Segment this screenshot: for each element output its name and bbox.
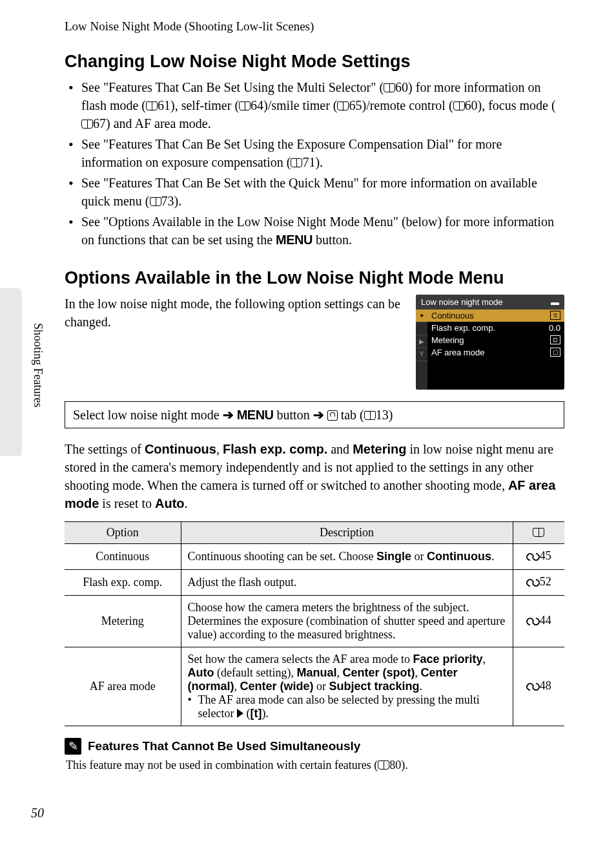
bullet-options-menu: See "Options Available in the Low Noise … <box>81 213 564 249</box>
col-reference <box>513 522 564 544</box>
sidebar-section-label: Shooting Features <box>31 323 45 408</box>
menu-tab-active: ✦ <box>416 309 427 322</box>
menu-row-af-area: AF area mode▢ <box>427 346 564 359</box>
book-icon <box>533 528 544 537</box>
bullet-multi-selector: See "Features That Can Be Set Using the … <box>81 78 564 132</box>
table-row: Flash exp. comp. Adjust the flash output… <box>65 570 564 596</box>
page-number: 50 <box>31 806 44 821</box>
menu-row-continuous: ContinuousS <box>427 309 564 322</box>
book-icon <box>453 101 465 110</box>
link-icon <box>526 680 540 694</box>
menu-tab: ▶ <box>416 335 427 348</box>
triangle-right-icon <box>237 709 243 718</box>
link-icon <box>526 550 540 564</box>
book-icon <box>146 101 158 110</box>
col-description: Description <box>181 522 513 544</box>
col-option: Option <box>65 522 181 544</box>
arrow-icon: ➔ <box>223 408 234 422</box>
note-text: This feature may not be used in combinat… <box>66 759 564 772</box>
book-icon <box>291 158 302 167</box>
navigation-instruction: Select low noise night mode ➔ MENU butto… <box>65 401 564 428</box>
menu-row-metering: Metering⊡ <box>427 334 564 346</box>
menu-screenshot: Low noise night mode ▬ ✦ ▶ Y ContinuousS… <box>416 295 564 390</box>
link-icon <box>526 615 540 629</box>
af-bracket-icon: [t] <box>250 707 262 720</box>
battery-icon: ▬ <box>551 297 559 307</box>
book-icon <box>378 760 389 770</box>
section-options-title: Options Available in the Low Noise Night… <box>65 268 564 288</box>
menu-button-label: MENU <box>276 233 313 247</box>
settings-storage-paragraph: The settings of Continuous, Flash exp. c… <box>65 440 564 512</box>
book-icon <box>239 101 251 110</box>
book-icon <box>150 197 161 206</box>
note-section: ✎ Features That Cannot Be Used Simultane… <box>65 738 564 772</box>
book-icon <box>364 411 376 420</box>
options-table: Option Description Continuous Continuous… <box>65 521 564 726</box>
table-row: AF area mode Set how the camera selects … <box>65 647 564 726</box>
menu-title: Low noise night mode <box>421 297 502 307</box>
options-intro-text: In the low noise night mode, the followi… <box>65 295 403 390</box>
table-row: Metering Choose how the camera meters th… <box>65 596 564 647</box>
settings-bullet-list: See "Features That Can Be Set Using the … <box>65 78 564 249</box>
menu-tab <box>416 322 427 335</box>
pencil-icon: ✎ <box>65 738 81 755</box>
table-row: Continuous Continuous shooting can be se… <box>65 544 564 570</box>
book-icon <box>337 101 349 110</box>
menu-button-label: MENU <box>237 408 274 422</box>
menu-tab: Y <box>416 348 427 361</box>
link-icon <box>526 576 540 590</box>
bullet-quick-menu: See "Features That Can Be Set with the Q… <box>81 174 564 210</box>
tab-icon <box>327 410 338 421</box>
bullet-exposure-comp: See "Features That Can Be Set Using the … <box>81 135 564 171</box>
breadcrumb: Low Noise Night Mode (Shooting Low-lit S… <box>65 19 564 34</box>
book-icon <box>81 120 93 129</box>
note-title: Features That Cannot Be Used Simultaneou… <box>88 739 360 753</box>
sidebar-tab <box>0 288 22 456</box>
book-icon <box>384 83 395 92</box>
section-changing-settings-title: Changing Low Noise Night Mode Settings <box>65 52 564 72</box>
menu-row-flash-exp: Flash exp. comp.0.0 <box>427 322 564 334</box>
arrow-icon: ➔ <box>313 408 324 422</box>
